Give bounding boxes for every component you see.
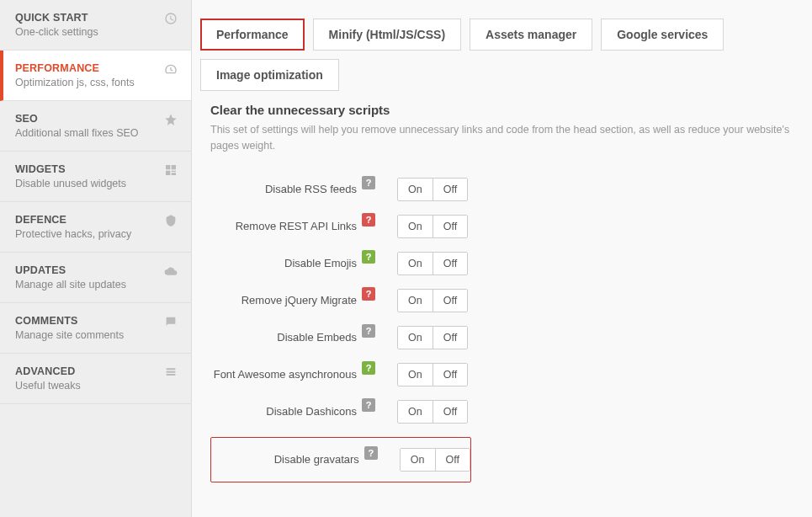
toggle-off[interactable]: Off [433, 327, 467, 349]
setting-label: Font Awesome asynchronous? [210, 368, 379, 381]
sidebar-item-sub: Useful tweaks [15, 380, 176, 392]
sidebar-item-title: UPDATES [15, 264, 176, 276]
setting-label: Remove jQuery Migrate? [210, 294, 379, 307]
toggle-on[interactable]: On [398, 179, 433, 200]
sidebar-item-title: ADVANCED [15, 365, 176, 377]
section-header: Clear the unnecessary scripts This set o… [192, 98, 812, 171]
sidebar-item-sub: Protective hacks, privacy [15, 228, 176, 240]
toggle-off[interactable]: Off [433, 253, 467, 274]
setting-label: Disable Dashicons? [210, 405, 379, 418]
toggle[interactable]: OnOff [397, 252, 468, 275]
toggle-off[interactable]: Off [433, 179, 467, 200]
sidebar-item-sub: Disable unused widgets [15, 178, 176, 189]
toggle[interactable]: OnOff [397, 178, 468, 201]
setting-label: Disable gravatars? [213, 453, 381, 466]
toggle-off[interactable]: Off [433, 216, 467, 237]
widgets-icon [164, 163, 178, 179]
shield-icon [164, 214, 178, 230]
help-icon[interactable]: ? [362, 250, 375, 264]
section-desc: This set of settings will help you remov… [210, 122, 793, 154]
sidebar-item-seo[interactable]: SEOAdditional small fixes SEO [0, 101, 191, 152]
sidebar-item-comments[interactable]: COMMENTSManage site comments [0, 303, 191, 354]
toggle-on[interactable]: On [398, 364, 433, 386]
help-icon[interactable]: ? [362, 287, 375, 301]
setting-row: Remove jQuery Migrate?OnOff [210, 289, 793, 312]
sidebar-item-title: SEO [15, 113, 176, 125]
setting-row: Disable Dashicons?OnOff [210, 400, 793, 424]
sidebar-item-sub: Additional small fixes SEO [15, 127, 176, 139]
help-icon[interactable]: ? [362, 213, 375, 227]
help-icon[interactable]: ? [364, 446, 378, 460]
tab-assets-manager[interactable]: Assets manager [470, 19, 592, 51]
setting-row: Disable RSS feeds?OnOff [210, 178, 793, 201]
sidebar-item-sub: Manage all site updates [15, 279, 176, 290]
sidebar-item-title: QUICK START [15, 12, 176, 24]
toggle-off[interactable]: Off [435, 449, 470, 471]
setting-row: Disable gravatars?OnOff [210, 437, 793, 482]
setting-row: Font Awesome asynchronous?OnOff [210, 363, 793, 386]
toggle[interactable]: OnOff [397, 326, 468, 349]
settings-list: Disable RSS feeds?OnOffRemove REST API L… [192, 171, 812, 503]
setting-label-wrap: Disable gravatars?OnOff [210, 437, 471, 482]
help-icon[interactable]: ? [362, 361, 375, 375]
toggle-on[interactable]: On [398, 216, 433, 237]
sidebar: QUICK STARTOne-click settingsPERFORMANCE… [0, 0, 192, 517]
toggle-on[interactable]: On [398, 253, 433, 274]
setting-row: Remove REST API Links?OnOff [210, 215, 793, 238]
setting-row: Disable Emojis?OnOff [210, 252, 793, 275]
toggle-off[interactable]: Off [433, 290, 467, 312]
toggle-on[interactable]: On [398, 327, 433, 349]
star-icon [164, 113, 178, 129]
sidebar-item-title: PERFORMANCE [15, 62, 176, 74]
cloud-icon [164, 264, 178, 280]
setting-row: Disable Embeds?OnOff [210, 326, 793, 349]
setting-label: Disable Embeds? [210, 331, 379, 344]
setting-label: Remove REST API Links? [210, 220, 379, 233]
sidebar-item-sub: Manage site comments [15, 329, 176, 341]
tab-performance[interactable]: Performance [200, 19, 305, 51]
sidebar-item-sub: Optimization js, css, fonts [15, 77, 176, 88]
comment-icon [164, 315, 178, 331]
tab-google-services[interactable]: Google services [601, 19, 724, 51]
toggle[interactable]: OnOff [397, 215, 468, 238]
list-icon [164, 365, 178, 381]
sidebar-item-advanced[interactable]: ADVANCEDUseful tweaks [0, 354, 191, 404]
toggle[interactable]: OnOff [397, 363, 468, 386]
help-icon[interactable]: ? [362, 398, 375, 412]
toggle-off[interactable]: Off [433, 364, 467, 386]
setting-label: Disable RSS feeds? [210, 183, 379, 196]
section-heading: Clear the unnecessary scripts [210, 103, 793, 117]
sidebar-item-title: COMMENTS [15, 315, 176, 327]
sidebar-item-performance[interactable]: PERFORMANCEOptimization js, css, fonts [0, 51, 191, 101]
sidebar-item-title: DEFENCE [15, 214, 176, 226]
tab-image-optimization[interactable]: Image optimization [200, 59, 339, 91]
setting-label: Disable Emojis? [210, 257, 379, 270]
toggle[interactable]: OnOff [400, 448, 470, 472]
sidebar-item-sub: One-click settings [15, 26, 176, 38]
tab-minify-html-js-css-[interactable]: Minify (Html/JS/CSS) [313, 19, 461, 51]
sidebar-item-widgets[interactable]: WIDGETSDisable unused widgets [0, 152, 191, 202]
gauge-icon [164, 62, 178, 78]
toggle-off[interactable]: Off [433, 401, 467, 423]
toggle-on[interactable]: On [398, 401, 433, 423]
sidebar-item-quick-start[interactable]: QUICK STARTOne-click settings [0, 0, 191, 51]
help-icon[interactable]: ? [362, 324, 375, 338]
toggle-on[interactable]: On [401, 449, 435, 471]
toggle[interactable]: OnOff [397, 289, 468, 312]
toggle-on[interactable]: On [398, 290, 433, 312]
main-panel: PerformanceMinify (Html/JS/CSS)Assets ma… [192, 0, 812, 517]
sidebar-item-updates[interactable]: UPDATESManage all site updates [0, 253, 191, 303]
toggle[interactable]: OnOff [397, 400, 468, 424]
sidebar-item-defence[interactable]: DEFENCEProtective hacks, privacy [0, 202, 191, 253]
sidebar-item-title: WIDGETS [15, 163, 176, 175]
help-icon[interactable]: ? [362, 176, 375, 189]
tabs: PerformanceMinify (Html/JS/CSS)Assets ma… [192, 0, 812, 98]
clock-icon [164, 12, 178, 28]
